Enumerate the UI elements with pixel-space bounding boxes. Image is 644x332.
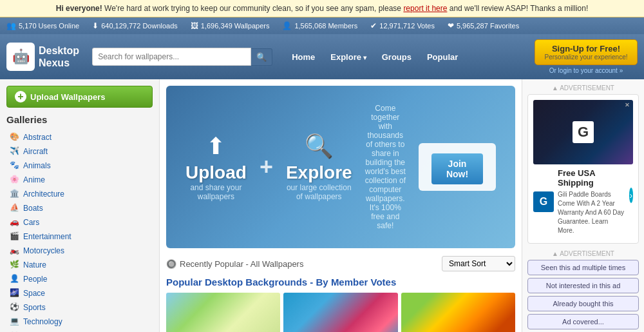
gallery-label: Anime bbox=[23, 175, 45, 184]
gallery-item-people[interactable]: 👤People bbox=[6, 272, 153, 286]
ad-text: Gili Paddle Boards Come With A 2 Year Wa… bbox=[558, 190, 625, 235]
stat-users: 👥 5,170 Users Online bbox=[6, 21, 79, 30]
ad-feedback: ▲ ADVERTISEMENT Seen this ad multiple ti… bbox=[527, 250, 639, 329]
gallery-icon: 🌿 bbox=[9, 260, 19, 270]
right-sidebar: ▲ ADVERTISEMENT G ✕ G Free USA Shipping … bbox=[522, 79, 644, 332]
gallery-item-motorcycles[interactable]: 🏍️Motorcycles bbox=[6, 244, 153, 258]
gallery-label: Motorcycles bbox=[23, 246, 64, 255]
gallery-icon: ⚽ bbox=[9, 302, 19, 313]
hero-section: ⬆ Upload and share your wallpapers + 🔍 E… bbox=[166, 86, 515, 248]
report-link[interactable]: report it here bbox=[403, 4, 447, 13]
explore-icon: 🔍 bbox=[305, 133, 334, 160]
popular-title: Popular Desktop Backgrounds - By Member … bbox=[166, 277, 515, 288]
hero-explore: 🔍 Explore our large collection of wallpa… bbox=[286, 133, 352, 201]
hero-join-box: Join Now! bbox=[419, 143, 496, 191]
search-area: 🔍 bbox=[92, 48, 272, 66]
ad-close[interactable]: ✕ bbox=[625, 102, 630, 108]
gallery-label: Animals bbox=[23, 161, 51, 170]
stats-bar: 👥 5,170 Users Online ⬇ 640,129,772 Downl… bbox=[0, 17, 644, 34]
users-icon: 👥 bbox=[6, 21, 16, 30]
gallery-item-sports[interactable]: ⚽Sports bbox=[6, 300, 153, 315]
login-link[interactable]: Or login to your account » bbox=[549, 67, 623, 74]
gallery-icon: ✈️ bbox=[9, 146, 19, 157]
galleries-title: Galleries bbox=[6, 114, 153, 125]
gallery-item-technology[interactable]: 💻Technology bbox=[6, 315, 153, 329]
main-layout: + Upload Wallpapers Galleries 🎨Abstract✈… bbox=[0, 79, 644, 332]
recently-label: 🔘 Recently Popular - All Wallpapers bbox=[166, 259, 303, 269]
gallery-icon: 🏍️ bbox=[9, 246, 19, 256]
feedback-button[interactable]: Ad covered... bbox=[527, 314, 639, 329]
nav-popular[interactable]: Popular bbox=[421, 49, 464, 65]
feedback-button[interactable]: Already bought this bbox=[527, 296, 639, 311]
ad-box: G ✕ G Free USA Shipping Gili Paddle Boar… bbox=[527, 94, 639, 244]
gallery-item-abstract[interactable]: 🎨Abstract bbox=[6, 130, 153, 144]
feedback-button[interactable]: Seen this ad multiple times bbox=[527, 260, 639, 275]
gallery-icon: 🚗 bbox=[9, 217, 19, 228]
header: 🤖 Desktop Nexus 🔍 Home Explore Groups Po… bbox=[0, 34, 644, 79]
gallery-icon: 🏛️ bbox=[9, 189, 19, 199]
hero-desc: Come together with thousands of others t… bbox=[365, 99, 406, 235]
ad-title: Free USA Shipping bbox=[558, 168, 625, 188]
wallpaper-item[interactable] bbox=[166, 293, 280, 332]
wallpaper-item[interactable] bbox=[283, 293, 397, 332]
gallery-item-boats[interactable]: ⛵Boats bbox=[6, 201, 153, 215]
wallpapers-icon: 🖼 bbox=[191, 21, 198, 30]
nav-explore[interactable]: Explore bbox=[324, 49, 372, 65]
gallery-icon: 🎬 bbox=[9, 231, 19, 242]
gallery-icon: 🎨 bbox=[9, 132, 19, 142]
gallery-icon: 🌸 bbox=[9, 175, 19, 185]
hero-upload: ⬆ Upload and share your wallpapers bbox=[185, 133, 247, 201]
signup-button[interactable]: Sign-Up for Free! Personalize your exper… bbox=[535, 39, 638, 65]
join-now-button[interactable]: Join Now! bbox=[431, 153, 483, 184]
downloads-icon: ⬇ bbox=[92, 21, 99, 30]
gallery-item-architecture[interactable]: 🏛️Architecture bbox=[6, 187, 153, 201]
gallery-item-space[interactable]: 🌌Space bbox=[6, 286, 153, 300]
sort-select[interactable]: Smart SortMost RecentMost PopularMost Fa… bbox=[442, 256, 515, 271]
gallery-icon: 💻 bbox=[9, 317, 19, 327]
stat-favorites: ❤ 5,965,287 Favorites bbox=[448, 21, 519, 30]
ad-image: G ✕ bbox=[533, 100, 633, 164]
search-button[interactable]: 🔍 bbox=[251, 48, 272, 66]
gallery-item-cars[interactable]: 🚗Cars bbox=[6, 215, 153, 229]
gallery-label: Cars bbox=[23, 218, 39, 227]
wallpaper-item[interactable] bbox=[401, 293, 515, 332]
gallery-item-anime[interactable]: 🌸Anime bbox=[6, 173, 153, 187]
gallery-item-animals[interactable]: 🐾Animals bbox=[6, 159, 153, 173]
gallery-label: Architecture bbox=[23, 190, 64, 199]
ad-more-button[interactable]: › bbox=[629, 188, 633, 203]
ad-brand: G bbox=[573, 121, 594, 143]
gallery-list: 🎨Abstract✈️Aircraft🐾Animals🌸Anime🏛️Archi… bbox=[6, 130, 153, 332]
recently-bullet: 🔘 bbox=[166, 259, 176, 269]
favorites-icon: ❤ bbox=[448, 21, 454, 30]
main-content: ⬆ Upload and share your wallpapers + 🔍 E… bbox=[160, 79, 522, 332]
nav: Home Explore Groups Popular bbox=[285, 49, 464, 65]
gallery-label: Space bbox=[23, 289, 45, 298]
nav-groups[interactable]: Groups bbox=[375, 49, 418, 65]
gallery-icon: 🌌 bbox=[9, 288, 19, 298]
banner-text: We're hard at work trying to keep our co… bbox=[102, 4, 404, 13]
members-icon: 👤 bbox=[282, 21, 292, 30]
feedback-buttons: Seen this ad multiple timesNot intereste… bbox=[527, 260, 639, 329]
stat-downloads: ⬇ 640,129,772 Downloads bbox=[92, 21, 178, 30]
gallery-label: Sports bbox=[23, 303, 46, 312]
gallery-icon: ⛵ bbox=[9, 203, 19, 213]
search-input[interactable] bbox=[92, 48, 251, 66]
logo[interactable]: 🤖 Desktop Nexus bbox=[6, 43, 79, 71]
wallpaper-grid: NEW bbox=[166, 293, 515, 332]
stat-votes: ✔ 12,971,712 Votes bbox=[370, 21, 435, 30]
gallery-item-video-games[interactable]: 🎮Video Games bbox=[6, 329, 153, 332]
feedback-button[interactable]: Not interested in this ad bbox=[527, 278, 639, 293]
gallery-label: Aircraft bbox=[23, 147, 48, 156]
gallery-item-aircraft[interactable]: ✈️Aircraft bbox=[6, 144, 153, 159]
recently-section: 🔘 Recently Popular - All Wallpapers Smar… bbox=[166, 256, 515, 271]
gallery-item-entertainment[interactable]: 🎬Entertainment bbox=[6, 229, 153, 244]
gallery-icon: 🐾 bbox=[9, 161, 19, 171]
gallery-item-nature[interactable]: 🌿Nature bbox=[6, 258, 153, 272]
gallery-label: People bbox=[23, 275, 47, 284]
nav-home[interactable]: Home bbox=[285, 49, 321, 65]
upload-wallpapers-button[interactable]: + Upload Wallpapers bbox=[6, 86, 153, 108]
banner-post: and we'll review ASAP! Thanks a million! bbox=[447, 4, 588, 13]
votes-icon: ✔ bbox=[370, 21, 377, 30]
logo-text: Desktop Nexus bbox=[39, 44, 79, 69]
ad-logo-small: G bbox=[533, 191, 554, 212]
